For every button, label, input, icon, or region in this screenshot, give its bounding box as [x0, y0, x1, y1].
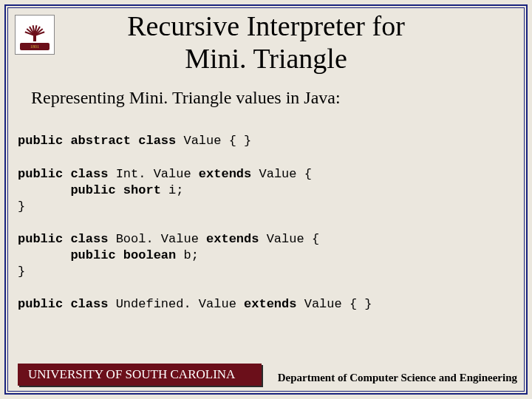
palmetto-icon	[22, 19, 47, 41]
logo-year: 1801	[20, 43, 50, 50]
footer-department: Department of Computer Science and Engin…	[278, 372, 517, 384]
footer-university: UNIVERSITY OF SOUTH CAROLINA	[18, 364, 262, 386]
university-logo: 1801	[15, 15, 55, 55]
inner-border	[7, 7, 525, 392]
